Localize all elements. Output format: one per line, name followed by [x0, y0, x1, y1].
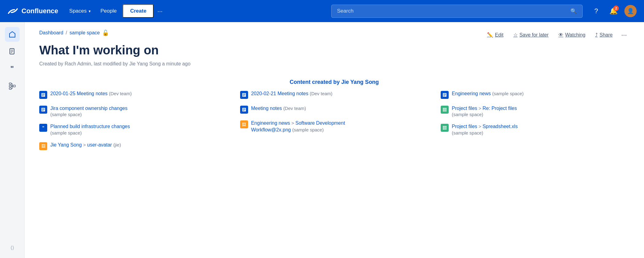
spreadsheet-icon-2 — [441, 124, 449, 132]
item-link[interactable]: Planned build infrastructure changes — [50, 124, 130, 129]
sidebar-collapse-handle[interactable]: ⟨⟩ — [8, 242, 17, 253]
item-sub: (sample space) — [452, 130, 629, 135]
confluence-logo-icon — [7, 6, 18, 17]
logo[interactable]: Confluence — [7, 6, 58, 17]
search-box[interactable]: Search 🔍 — [331, 5, 583, 18]
sidebar: " ⟨⟩ — [0, 22, 25, 258]
breadcrumb-dashboard[interactable]: Dashboard — [39, 30, 63, 36]
item-link[interactable]: Jie Yang Song — [50, 142, 82, 147]
save-for-later-label: Save for later — [519, 32, 549, 38]
item-link-2[interactable]: user-avatar — [87, 142, 112, 147]
sidebar-item-quotes[interactable]: " — [5, 61, 20, 76]
share-button[interactable]: ⤴ Share — [592, 30, 616, 40]
item-context: (sample space) — [492, 91, 524, 96]
item-context-2: (sample space) — [292, 127, 324, 132]
content-author: Jie Yang Song — [341, 79, 379, 85]
more-actions-button[interactable]: ··· — [619, 30, 629, 40]
list-item: 2020-01-25 Meeting notes (Dev team) — [39, 90, 228, 99]
item-link[interactable]: Jira component ownership changes — [50, 106, 128, 111]
spaces-nav-item[interactable]: Spaces ▾ — [64, 6, 96, 17]
tree-icon — [9, 82, 16, 90]
content-created-by-label: Content created by — [290, 79, 340, 85]
list-item: 2020-02-21 Meeting notes (Dev team) — [240, 90, 429, 99]
more-nav-button[interactable]: ··· — [154, 5, 166, 17]
watching-button[interactable]: 👁 Watching — [555, 30, 589, 40]
people-nav-item[interactable]: People — [96, 6, 122, 17]
nav-icons-area: ? 🔔 2 👤 — [590, 5, 637, 17]
people-label: People — [101, 8, 117, 14]
pages-icon — [9, 48, 16, 55]
pencil-icon: ✏️ — [487, 32, 493, 38]
item-context-2: (jie) — [113, 142, 121, 147]
item-context: > — [478, 124, 482, 129]
avatar-image: 👤 — [627, 8, 634, 14]
breadcrumb: Dashboard / sample space 🔓 — [39, 29, 483, 36]
page-icon — [441, 91, 449, 99]
top-navigation: Confluence Spaces ▾ People Create ··· Se… — [0, 0, 644, 22]
item-link-2[interactable]: Software Development — [295, 120, 345, 126]
content-section-header: Content created by Jie Yang Song — [39, 79, 629, 85]
page-icon — [39, 91, 47, 99]
notifications-button[interactable]: 🔔 2 — [607, 5, 619, 17]
breadcrumb-separator: / — [66, 30, 67, 36]
item-link[interactable]: Project files — [452, 106, 477, 111]
list-item: " Planned build infrastructure changes (… — [39, 123, 228, 135]
list-item: Engineering news (sample space) — [441, 90, 629, 99]
notification-badge: 2 — [613, 6, 619, 11]
svg-rect-4 — [9, 83, 11, 84]
item-link[interactable]: Project files — [452, 124, 477, 129]
item-context: > — [83, 142, 87, 147]
list-item: Project files > Spreadsheet.xls (sample … — [441, 123, 629, 135]
edit-label: Edit — [495, 32, 504, 38]
sidebar-item-pages[interactable] — [5, 44, 20, 59]
sidebar-item-home[interactable] — [5, 27, 20, 42]
confluence-logo-text: Confluence — [21, 7, 58, 15]
item-link-2[interactable]: Spreadsheet.xls — [482, 124, 518, 129]
quote-icon: " — [39, 124, 47, 132]
item-link[interactable]: 2020-02-21 Meeting notes — [251, 91, 309, 96]
help-icon: ? — [594, 7, 598, 15]
item-context: (Dev team) — [109, 91, 132, 96]
spreadsheet-icon — [441, 106, 449, 114]
help-button[interactable]: ? — [590, 5, 602, 17]
svg-rect-5 — [9, 85, 11, 87]
page-icon — [39, 106, 47, 114]
lock-icon[interactable]: 🔓 — [102, 29, 109, 36]
list-item: Project files > Re: Project files (sampl… — [441, 105, 629, 117]
create-button[interactable]: Create — [123, 4, 154, 18]
item-link[interactable]: Engineering news — [452, 91, 491, 96]
page-icon — [240, 106, 248, 114]
page-meta: Created by Rach Admin, last modified by … — [39, 61, 629, 67]
page-actions: ✏️ Edit ☆ Save for later 👁 Watching ⤴ Sh… — [483, 29, 629, 40]
item-link[interactable]: 2020-01-25 Meeting notes — [50, 91, 108, 96]
image-icon: 🖼 — [240, 120, 248, 128]
share-label: Share — [600, 32, 613, 38]
item-context: (Dev team) — [310, 91, 332, 96]
svg-rect-38 — [443, 126, 447, 130]
item-sub: (sample space) — [50, 130, 228, 135]
item-link[interactable]: Engineering news — [251, 120, 290, 126]
share-icon: ⤴ — [595, 32, 598, 38]
sidebar-item-tree[interactable] — [5, 79, 20, 93]
edit-button[interactable]: ✏️ Edit — [483, 29, 507, 40]
avatar[interactable]: 👤 — [624, 5, 637, 17]
image-icon: 🖼 — [39, 142, 47, 150]
item-link[interactable]: Meeting notes — [251, 106, 282, 111]
item-link-3[interactable]: Workflow@2x.png — [251, 127, 291, 132]
save-for-later-button[interactable]: ☆ Save for later — [510, 29, 552, 40]
item-context: (Dev team) — [283, 106, 306, 111]
page-title: What I'm working on — [39, 43, 629, 57]
watching-label: Watching — [565, 32, 585, 38]
list-item: 🖼 Engineering news > Software Developmen… — [240, 120, 429, 134]
content-column-3: Engineering news (sample space) Project … — [441, 90, 629, 156]
search-placeholder: Search — [337, 8, 354, 14]
list-item: Meeting notes (Dev team) — [240, 105, 429, 114]
item-link-2[interactable]: Re: Project files — [482, 106, 517, 111]
quote-icon: " — [10, 64, 14, 73]
breadcrumb-space[interactable]: sample space — [70, 30, 100, 36]
page-header: What I'm working on Created by Rach Admi… — [39, 43, 629, 67]
main-content: ✏️ Edit ☆ Save for later 👁 Watching ⤴ Sh… — [25, 22, 644, 258]
item-context: > — [478, 106, 482, 111]
content-column-1: 2020-01-25 Meeting notes (Dev team) Jira… — [39, 90, 228, 156]
search-area: Search 🔍 — [331, 5, 583, 18]
